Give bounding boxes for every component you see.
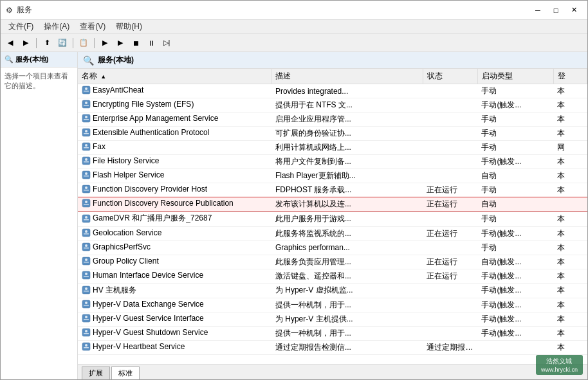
toolbar-separator-1 [36, 38, 37, 48]
svg-point-4 [85, 102, 87, 104]
minimize-button[interactable]: ─ [529, 4, 546, 17]
table-row[interactable]: Hyper-V Data Exchange Service提供一种机制，用于..… [78, 298, 587, 312]
svg-rect-29 [84, 219, 89, 221]
table-row[interactable]: Geolocation Service此服务将监视系统的...正在运行手动(触发… [78, 226, 587, 240]
svg-point-40 [85, 273, 87, 275]
sidebar-header: 🔍 服务(本地) [1, 52, 77, 68]
svg-rect-32 [84, 233, 89, 235]
main-window: ⚙ 服务 ─ □ ✕ 文件(F)操作(A)查看(V)帮助(H) ◀ ▶ ⬆ 🔄 … [0, 0, 588, 380]
menu-item-F[interactable]: 文件(F) [3, 20, 39, 33]
toolbar-separator-3 [94, 38, 95, 48]
service-desc-cell: 将用户文件复制到备... [271, 155, 423, 169]
service-name-cell: Human Interface Device Service [78, 269, 271, 283]
table-row[interactable]: EasyAntiCheatProvides integrated...手动本 [78, 84, 587, 98]
service-name-cell: Flash Helper Service [78, 169, 271, 183]
svg-rect-26 [84, 204, 89, 205]
service-name-cell: File History Service [78, 155, 271, 169]
services-table: 名称 ▲ 描述 状态 启动类型 登 EasyAntiCheatProvides … [78, 69, 587, 355]
service-name-cell: GraphicsPerfSvc [78, 240, 271, 255]
service-login-cell: 本 [553, 312, 587, 327]
col-desc[interactable]: 描述 [271, 69, 423, 84]
svg-point-22 [85, 186, 87, 189]
stop-service-button[interactable]: ⏹ [129, 36, 143, 50]
service-startup-cell: 手动 [477, 113, 553, 127]
service-name-cell: Extensible Authentication Protocol [78, 127, 271, 141]
svg-rect-23 [84, 190, 89, 191]
close-button[interactable]: ✕ [565, 4, 582, 17]
back-button[interactable]: ◀ [3, 36, 17, 50]
col-login[interactable]: 登 [553, 69, 587, 84]
svg-point-28 [85, 216, 87, 219]
service-startup-cell: 手动 [477, 84, 553, 98]
svg-rect-2 [84, 91, 89, 92]
start-service2-button[interactable]: ▶ [113, 36, 127, 50]
service-startup-cell: 手动(触发... [477, 98, 553, 113]
menu-item-A[interactable]: 操作(A) [39, 20, 75, 33]
service-name-cell: Hyper-V Heartbeat Service [78, 341, 271, 355]
menu-item-V[interactable]: 查看(V) [75, 20, 111, 33]
tab-标准[interactable]: 标准 [111, 366, 140, 379]
svg-point-46 [85, 302, 87, 304]
svg-rect-20 [84, 176, 89, 177]
table-row[interactable]: Group Policy Client此服务负责应用管理...正在运行自动(触发… [78, 255, 587, 269]
table-row[interactable]: Human Interface Device Service激活键盘、遥控器和.… [78, 269, 587, 283]
window-icon: ⚙ [6, 6, 13, 15]
col-startup[interactable]: 启动类型 [477, 69, 553, 84]
tab-扩展[interactable]: 扩展 [82, 366, 110, 379]
svg-rect-38 [84, 262, 89, 263]
table-row[interactable]: Enterprise App Management Service启用企业应用程… [78, 113, 587, 127]
table-row[interactable]: Hyper-V Guest Shutdown Service提供一种机制，用于.… [78, 327, 587, 341]
service-login-cell: 本 [553, 98, 587, 113]
table-row[interactable]: Hyper-V Heartbeat Service通过定期报告检测信...通过定… [78, 341, 587, 355]
service-name-cell: GameDVR 和广播用户服务_72687 [78, 212, 271, 227]
service-startup-cell: 自动 [477, 169, 553, 183]
show-hide-button[interactable]: 📋 [77, 36, 91, 50]
service-login-cell [553, 197, 587, 212]
up-button[interactable]: ⬆ [40, 36, 54, 50]
svg-rect-50 [84, 319, 89, 320]
svg-rect-44 [84, 291, 89, 292]
svg-rect-14 [84, 147, 89, 149]
refresh-button[interactable]: 🔄 [55, 36, 69, 50]
service-status-cell [423, 240, 477, 255]
services-table-container[interactable]: 名称 ▲ 描述 状态 启动类型 登 EasyAntiCheatProvides … [78, 69, 587, 364]
menu-item-H[interactable]: 帮助(H) [111, 20, 147, 33]
pause-service-button[interactable]: ⏸ [144, 36, 158, 50]
service-login-cell: 网 [553, 141, 587, 155]
service-name-cell: Enterprise App Management Service [78, 113, 271, 127]
table-row[interactable]: File History Service将用户文件复制到备...手动(触发...… [78, 155, 587, 169]
service-login-cell: 本 [553, 183, 587, 197]
col-name[interactable]: 名称 ▲ [78, 69, 271, 84]
service-desc-cell: 启用企业应用程序管... [271, 113, 423, 127]
table-row[interactable]: HV 主机服务为 Hyper-V 虚拟机监...手动(触发...本 [78, 283, 587, 298]
col-status[interactable]: 状态 [423, 69, 477, 84]
start-service-button[interactable]: ▶ [98, 36, 112, 50]
service-name-cell: Function Discovery Provider Host [78, 183, 271, 197]
service-desc-cell: Graphics performan... [271, 240, 423, 255]
service-desc-cell: 为 Hyper-V 虚拟机监... [271, 283, 423, 298]
resume-service-button[interactable]: ▷| [160, 36, 174, 50]
table-row[interactable]: Extensible Authentication Protocol可扩展的身份… [78, 127, 587, 141]
svg-rect-17 [84, 161, 89, 163]
service-name-cell: Fax [78, 141, 271, 155]
service-startup-cell: 手动(触发... [477, 327, 553, 341]
service-name-cell: EasyAntiCheat [78, 84, 271, 98]
table-row[interactable]: GraphicsPerfSvcGraphics performan...手动本 [78, 240, 587, 255]
table-row[interactable]: Fax利用计算机或网络上...手动网 [78, 141, 587, 155]
svg-point-16 [85, 158, 87, 161]
svg-rect-53 [84, 333, 89, 334]
forward-button[interactable]: ▶ [19, 36, 33, 50]
service-name-cell: HV 主机服务 [78, 283, 271, 298]
table-row[interactable]: Flash Helper ServiceFlash Player更新辅助...自… [78, 169, 587, 183]
table-row[interactable]: Function Discovery Resource Publication发… [78, 197, 587, 212]
table-row[interactable]: Function Discovery Provider HostFDPHOST … [78, 183, 587, 197]
service-status-cell [423, 113, 477, 127]
service-desc-cell: 激活键盘、遥控器和... [271, 269, 423, 283]
table-row[interactable]: Encrypting File System (EFS)提供用于在 NTFS 文… [78, 98, 587, 113]
service-status-cell: 正在运行 [423, 269, 477, 283]
table-row[interactable]: GameDVR 和广播用户服务_72687此用户服务用于游戏...手动本 [78, 212, 587, 227]
service-startup-cell: 手动(触发... [477, 269, 553, 283]
table-row[interactable]: Hyper-V Guest Service Interface为 Hyper-V… [78, 312, 587, 327]
service-startup-cell: 自动(触发... [477, 255, 553, 269]
maximize-button[interactable]: □ [547, 4, 564, 17]
